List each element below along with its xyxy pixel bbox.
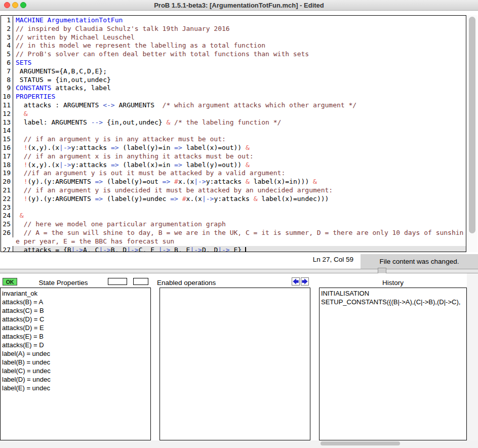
editor-line[interactable]: 27 attacks = {B|->A, C|->B, D|->C, E |->…: [1, 246, 466, 252]
list-item[interactable]: label(E) = undec: [1, 384, 150, 392]
blank-indicator-button-left[interactable]: [108, 278, 127, 285]
editor-line[interactable]: 22 !(y).(y:ARGUMENTS => (label(y)=undec …: [1, 195, 466, 203]
state-properties-list[interactable]: invariant_okattacks(B) = Aattacks(C) = B…: [0, 288, 151, 440]
editor-line[interactable]: 10PROPERTIES: [1, 93, 466, 101]
line-code[interactable]: label: ARGUMENTS --> {in,out,undec} & /*…: [13, 118, 466, 127]
editor-line[interactable]: 5// ProB's solver can often deal better …: [1, 50, 466, 59]
list-item[interactable]: attacks(E) = B: [1, 332, 150, 341]
line-code[interactable]: PROPERTIES: [13, 93, 466, 101]
line-code[interactable]: //if an argument y is out it must be att…: [13, 169, 466, 178]
line-code[interactable]: ARGUMENTS={A,B,C,D,E};: [13, 67, 466, 76]
editor-line[interactable]: 9CONSTANTS attacks, label: [1, 84, 466, 93]
editor-line[interactable]: 13 label: ARGUMENTS --> {in,out,undec} &…: [1, 118, 466, 127]
list-item[interactable]: attacks(D) = E: [1, 323, 150, 332]
line-number: 21: [1, 186, 13, 195]
line-code[interactable]: MACHINE ArgumentationTotFun: [13, 16, 466, 25]
editor-line[interactable]: 18 !(x,y).(x|->y:attacks => (label(x)=in…: [1, 161, 466, 170]
editor-line[interactable]: 1MACHINE ArgumentationTotFun: [1, 16, 466, 25]
editor-line[interactable]: 2// inspired by Claudia Schulz's talk 19…: [1, 25, 466, 33]
editor-line[interactable]: 21 // if an argument y is undecided it m…: [1, 186, 466, 195]
line-code[interactable]: // written by Michael Leuschel: [13, 33, 466, 42]
line-code[interactable]: !(x,y).(x|->y:attacks => (label(y)=in =>…: [13, 144, 466, 152]
bottom-strip: [0, 440, 478, 448]
pane-divider: [0, 269, 478, 273]
status-message: File content was changed.: [361, 254, 478, 269]
line-code[interactable]: &: [13, 212, 466, 220]
history-list[interactable]: INITIALISATIONSETUP_CONSTANTS({(B|->A),(…: [319, 288, 467, 440]
line-code[interactable]: STATUS = {in,out,undec}: [13, 76, 466, 85]
code-editor[interactable]: 1MACHINE ArgumentationTotFun2// inspired…: [1, 15, 466, 252]
line-code[interactable]: !(y).(y:ARGUMENTS => (label(y)=out => #x…: [13, 178, 466, 186]
line-code[interactable]: // here we model one particular argument…: [13, 220, 466, 229]
editor-lines[interactable]: 1MACHINE ArgumentationTotFun2// inspired…: [1, 16, 466, 252]
editor-line[interactable]: 7 ARGUMENTS={A,B,C,D,E};: [1, 67, 466, 76]
history-back-button[interactable]: [292, 277, 300, 286]
list-item[interactable]: attacks(C) = B: [1, 306, 150, 315]
editor-line[interactable]: 17 // if an argument x is in anything it…: [1, 152, 466, 161]
list-item[interactable]: label(C) = undec: [1, 366, 150, 375]
editor-line[interactable]: 20 !(y).(y:ARGUMENTS => (label(y)=out =>…: [1, 178, 466, 186]
line-code[interactable]: !(y).(y:ARGUMENTS => (label(y)=undec => …: [13, 195, 466, 203]
editor-line[interactable]: 26 // A = the sun will shine to day, B =…: [1, 229, 466, 246]
line-code[interactable]: // in this model we represent the labell…: [13, 42, 466, 50]
list-item[interactable]: INITIALISATION: [320, 289, 466, 298]
editor-line[interactable]: 19 //if an argument y is out it must be …: [1, 169, 466, 178]
line-number: 17: [1, 152, 13, 161]
window-title: ProB 1.5.1-beta3: [ArgumentationTotFun.m…: [0, 2, 478, 9]
line-number: 27: [1, 246, 13, 252]
enabled-operations-list[interactable]: [160, 288, 310, 440]
line-number: 26: [1, 229, 13, 237]
line-number: 10: [1, 93, 13, 101]
line-number: 25: [1, 220, 13, 229]
editor-line[interactable]: 24 &: [1, 212, 466, 220]
list-item[interactable]: label(D) = undec: [1, 375, 150, 384]
list-item[interactable]: attacks(E) = D: [1, 341, 150, 349]
editor-line[interactable]: 8 STATUS = {in,out,undec}: [1, 76, 466, 85]
editor-line[interactable]: 4// in this model we represent the label…: [1, 42, 466, 50]
list-item[interactable]: label(A) = undec: [1, 349, 150, 358]
line-code[interactable]: &: [13, 110, 466, 118]
list-item[interactable]: SETUP_CONSTANTS({(B|->A),(C|->B),(D|->C)…: [320, 298, 466, 306]
line-code[interactable]: // A = the sun will shine to day, B = we…: [13, 229, 466, 246]
editor-line[interactable]: 23: [1, 203, 466, 212]
list-item[interactable]: label(B) = undec: [1, 358, 150, 366]
editor-line[interactable]: 25 // here we model one particular argum…: [1, 220, 466, 229]
list-item[interactable]: attacks(D) = C: [1, 315, 150, 323]
line-number: 7: [1, 67, 13, 76]
history-title: History: [319, 279, 467, 287]
line-number: 18: [1, 161, 13, 170]
line-number: 23: [1, 203, 13, 212]
line-code[interactable]: CONSTANTS attacks, label: [13, 84, 466, 93]
back-arrow-icon: [292, 278, 299, 285]
line-code[interactable]: attacks : ARGUMENTS <-> ARGUMENTS /* whi…: [13, 101, 466, 110]
editor-line[interactable]: 3// written by Michael Leuschel: [1, 33, 466, 42]
line-number: 8: [1, 76, 13, 85]
editor-vertical-scrollbar-thumb[interactable]: [469, 17, 475, 233]
editor-line[interactable]: 16 !(x,y).(x|->y:attacks => (label(y)=in…: [1, 144, 466, 152]
line-code[interactable]: // inspired by Claudia Schulz's talk 19t…: [13, 25, 466, 33]
line-number: 19: [1, 169, 13, 178]
invariant-ok-badge[interactable]: OK: [3, 278, 17, 286]
line-code[interactable]: !(x,y).(x|->y:attacks => (label(x)=in =>…: [13, 161, 466, 170]
blank-indicator-button-right[interactable]: [133, 278, 148, 285]
line-number: 24: [1, 212, 13, 220]
list-item[interactable]: attacks(B) = A: [1, 298, 150, 306]
line-code[interactable]: // if an argument y is undecided it must…: [13, 186, 466, 195]
line-code[interactable]: SETS: [13, 59, 466, 67]
history-forward-button[interactable]: [301, 277, 309, 286]
editor-line[interactable]: 6SETS: [1, 59, 466, 67]
line-code[interactable]: // if an argument x is in anything it at…: [13, 152, 466, 161]
cursor-position-label: Ln 27, Col 59: [313, 256, 353, 263]
line-code[interactable]: attacks = {B|->A, C|->B, D|->C, E |-> B,…: [13, 246, 466, 252]
titlebar: ProB 1.5.1-beta3: [ArgumentationTotFun.m…: [0, 0, 478, 11]
history-horizontal-scrollbar-thumb[interactable]: [321, 441, 400, 445]
editor-line[interactable]: 14: [1, 127, 466, 135]
line-code[interactable]: // ProB's solver can often deal better w…: [13, 50, 466, 59]
state-properties-title: State Properties: [20, 279, 106, 287]
editor-line[interactable]: 15 // if an argument y is in any attacke…: [1, 135, 466, 144]
editor-line[interactable]: 12 &: [1, 110, 466, 118]
text-cursor: [245, 247, 246, 252]
line-code[interactable]: // if an argument y is in any attacker m…: [13, 135, 466, 144]
list-item[interactable]: invariant_ok: [1, 289, 150, 298]
editor-line[interactable]: 11 attacks : ARGUMENTS <-> ARGUMENTS /* …: [1, 101, 466, 110]
